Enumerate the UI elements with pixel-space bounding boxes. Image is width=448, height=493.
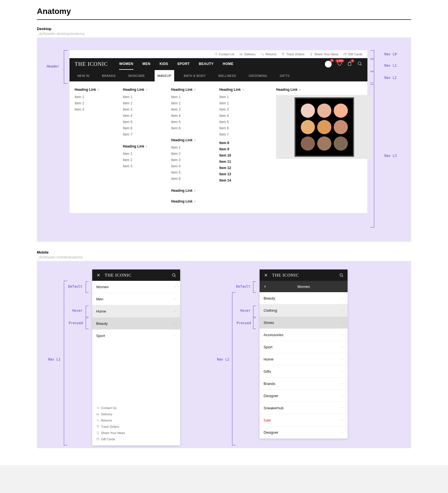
mega-item[interactable]: Item 1 [123,152,157,156]
heading-link[interactable]: Heading Link [219,88,262,92]
heading-link[interactable]: Heading Link [75,88,109,92]
mobile-subheader[interactable]: Women [260,281,348,292]
mob-row-sneakerhub[interactable]: Sneakerhub [260,402,348,414]
heading-link[interactable]: Heading Link [276,88,362,92]
nav-women[interactable]: WOMEN [119,62,133,66]
util-track[interactable]: Track Orders [281,52,304,56]
mega-item[interactable]: Item 6 [219,126,262,130]
nav-kids[interactable]: KIDS [159,62,168,66]
util-returns[interactable]: Returns [261,52,277,56]
mega-item[interactable]: Item 14 [219,178,262,182]
close-icon[interactable] [96,273,101,277]
mob-util-contact[interactable]: Contact Us [96,406,176,410]
mob-row-sport[interactable]: Sport [260,341,348,353]
tab-bath[interactable]: BATH & BODY [181,70,209,81]
mega-item[interactable]: Item 3 [219,108,262,111]
util-delivery[interactable]: Delivery [239,52,256,56]
mega-item[interactable]: Item 11 [219,160,262,164]
mega-item[interactable]: Item 1 [219,95,262,99]
mega-item[interactable]: Item 5 [171,170,205,174]
brand-logo[interactable]: THE ICONIC [272,273,299,278]
promo-image[interactable] [276,95,373,159]
mob-row-home[interactable]: Home [92,305,180,317]
mega-item[interactable]: Item 2 [123,101,157,105]
mob-row-designer2[interactable]: Designer [260,426,348,439]
mob-row-brands[interactable]: Brands [260,378,348,390]
mega-item[interactable]: Item 6 [171,177,205,181]
mega-item[interactable]: Item 10 [219,153,262,157]
mob-row-designer[interactable]: Designer [260,390,348,402]
mob-row-home[interactable]: Home [260,353,348,365]
brand-logo[interactable]: THE ICONIC [105,273,132,278]
mob-row-beauty[interactable]: Beauty [92,317,180,330]
mega-item[interactable]: Item 4 [171,114,205,118]
mob-row-sport[interactable]: Sport [92,330,180,342]
heading-link[interactable]: Heading Link [171,199,205,203]
wishlist-icon[interactable]: 1,500 [337,61,342,67]
heading-link[interactable]: Heading Link [123,144,157,148]
tab-grooming[interactable]: GROOMING [246,70,270,81]
mega-item[interactable]: Item 2 [75,101,109,105]
mob-util-gift[interactable]: Gift Cards [96,437,176,441]
mega-item[interactable]: Item 3 [171,108,205,111]
mob-row-accessories[interactable]: Accessories [260,329,348,341]
search-icon[interactable] [172,273,176,277]
nav-beauty[interactable]: BEAUTY [199,62,214,66]
mega-item[interactable]: Item 2 [171,152,205,156]
tab-makeup[interactable]: MAKEUP [155,70,174,81]
nav-sport[interactable]: SPORT [177,62,190,66]
util-ideas[interactable]: Share Your Ideas [310,52,338,56]
mega-item[interactable]: Item 1 [171,95,205,99]
mob-row-clothing[interactable]: Clothing [260,304,348,317]
nav-home[interactable]: HOME [223,62,234,66]
mob-row-shoes[interactable]: Shoes [260,317,348,329]
mega-item[interactable]: Item 7 [219,132,262,136]
mega-item[interactable]: Item 3 [75,108,109,111]
tab-gifts[interactable]: GIFTS [277,70,292,81]
mega-item[interactable]: Item 4 [171,164,205,168]
mega-item[interactable]: Item 8 [219,141,262,145]
nav-men[interactable]: MEN [142,62,150,66]
heading-link[interactable]: Heading Link [171,138,205,142]
mega-item[interactable]: Item 12 [219,166,262,170]
mob-row-sale[interactable]: Sale [260,414,348,426]
mob-row-men[interactable]: Men [92,293,180,305]
util-gift[interactable]: Gift Cards [343,52,362,56]
tab-newin[interactable]: NEW IN [75,70,92,81]
mega-item[interactable]: Item 7 [123,132,157,136]
mega-item[interactable]: Item 3 [123,108,157,111]
tab-brands[interactable]: BRANDS [99,70,118,81]
mega-item[interactable]: Item 3 [123,164,157,168]
mega-item[interactable]: Item 5 [123,120,157,124]
mega-item[interactable]: Item 2 [123,158,157,162]
mega-item[interactable]: Item 5 [171,120,205,124]
tab-skincare[interactable]: SKINCARE [125,70,148,81]
mob-util-delivery[interactable]: Delivery [96,412,176,416]
mega-item[interactable]: Item 1 [123,95,157,99]
search-icon[interactable] [357,61,362,67]
bag-icon[interactable]: 3 [347,61,352,67]
account-avatar[interactable]: AS3 [325,61,332,68]
search-icon[interactable] [339,273,344,277]
tab-wellness[interactable]: WELLNESS [215,70,239,81]
mega-item[interactable]: Item 3 [171,158,205,162]
mega-item[interactable]: Item 1 [171,146,205,149]
mob-row-gifts[interactable]: Gifts [260,365,348,378]
mega-item[interactable]: Item 6 [123,126,157,130]
mega-item[interactable]: Item 5 [219,120,262,124]
mega-item[interactable]: Item 2 [171,101,205,105]
mega-item[interactable]: Item 6 [171,126,205,130]
mega-item[interactable]: Item 9 [219,147,262,151]
mega-item[interactable]: Item 13 [219,172,262,176]
mob-util-track[interactable]: Track Orders [96,425,176,428]
mob-util-ideas[interactable]: Share Your Ideas [96,431,176,435]
heading-link[interactable]: Heading Link [123,88,157,92]
mega-item[interactable]: Item 1 [75,95,109,99]
close-icon[interactable] [264,273,268,277]
mob-util-returns[interactable]: Returns [96,419,176,422]
brand-logo[interactable]: THE ICONIC [75,61,108,67]
util-contact[interactable]: Contact Us [214,52,234,56]
heading-link[interactable]: Heading Link [171,88,205,92]
mega-item[interactable]: Item 2 [219,101,262,105]
mob-row-beauty[interactable]: Beauty [260,292,348,304]
